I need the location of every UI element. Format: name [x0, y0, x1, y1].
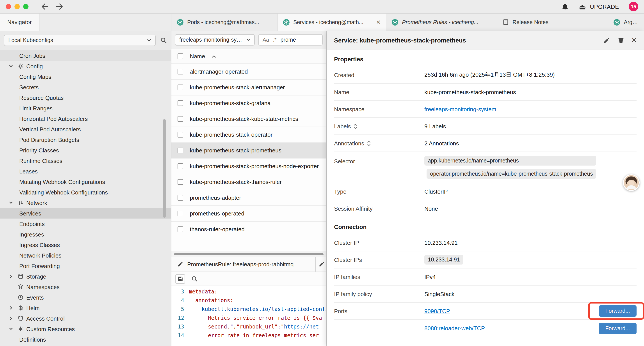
- item-search-input[interactable]: Aa .* prome: [258, 34, 323, 45]
- labels-count-value[interactable]: 9 Labels: [424, 123, 636, 129]
- kubeconfig-selector[interactable]: Local Kubeconfigs: [4, 34, 156, 46]
- tab-pods[interactable]: Pods - icecheng@mathmas...: [172, 13, 278, 31]
- row-checkbox[interactable]: [178, 148, 183, 153]
- chevron-down-icon[interactable]: [9, 201, 16, 205]
- chevron-right-icon[interactable]: [9, 274, 16, 279]
- row-checkbox[interactable]: [178, 226, 183, 232]
- namespace-selector[interactable]: freeleaps-monitoring-system: [175, 34, 255, 45]
- sidebar-item-network-policies[interactable]: Network Policies: [0, 250, 171, 261]
- search-query-text[interactable]: prome: [280, 37, 296, 43]
- sidebar-item-port-forwarding[interactable]: Port Forwarding: [0, 261, 171, 271]
- sidebar-group-custom-resources[interactable]: Custom Resources: [0, 324, 171, 334]
- sidebar-item-resource-quotas[interactable]: Resource Quotas: [0, 92, 171, 103]
- dock-tab-next[interactable]: [316, 257, 326, 272]
- sidebar-item-priority-classes[interactable]: Priority Classes: [0, 145, 171, 155]
- table-row[interactable]: kube-prometheus-stack-kube-state-metrics: [172, 111, 326, 127]
- sort-ascending-icon[interactable]: [212, 55, 216, 58]
- table-row[interactable]: kube-prometheus-stack-prometheus-node-ex…: [172, 159, 326, 174]
- sidebar-group-access-control[interactable]: Access Control: [0, 313, 171, 324]
- forward-port-button[interactable]: Forward...: [599, 305, 636, 317]
- sidebar-item-limit-ranges[interactable]: Limit Ranges: [0, 103, 171, 113]
- close-tab-icon[interactable]: ×: [376, 18, 380, 26]
- macos-close-button[interactable]: [6, 4, 11, 9]
- sidebar-item-horizontal-pod-autoscalers[interactable]: Horizontal Pod Autoscalers: [0, 113, 171, 124]
- annotations-count-value[interactable]: 2 Annotations: [424, 140, 636, 146]
- macos-zoom-button[interactable]: [23, 4, 28, 9]
- delete-trash-icon[interactable]: [618, 36, 624, 43]
- notification-count-badge[interactable]: 15: [629, 2, 638, 11]
- table-row[interactable]: kube-prometheus-stack-alertmanager: [172, 80, 326, 95]
- back-button[interactable]: [41, 3, 49, 10]
- table-row[interactable]: kube-prometheus-stack-grafana: [172, 95, 326, 111]
- sidebar-search-icon[interactable]: [160, 36, 167, 43]
- sidebar-group-storage[interactable]: Storage: [0, 271, 171, 282]
- forward-button[interactable]: [56, 3, 63, 10]
- sidebar-item-namespaces[interactable]: Namespaces: [0, 282, 171, 292]
- chevron-down-icon[interactable]: [9, 327, 16, 331]
- tab-prometheus-rules[interactable]: Prometheus Rules - icecheng...: [386, 13, 497, 31]
- upgrade-button[interactable]: UPGRADE: [578, 3, 619, 10]
- sidebar-item-endpoints[interactable]: Endpoints: [0, 219, 171, 229]
- macos-minimize-button[interactable]: [14, 4, 20, 9]
- chevron-right-icon[interactable]: [9, 316, 16, 321]
- table-row[interactable]: alertmanager-operated: [172, 64, 326, 80]
- yaml-editor[interactable]: 3metadata: 4 annotations: 5 kubectl.kube…: [172, 286, 326, 346]
- row-checkbox[interactable]: [178, 132, 183, 137]
- editor-search-icon[interactable]: [190, 274, 199, 284]
- sidebar-group-config[interactable]: Config: [0, 61, 171, 71]
- dock-tab-prometheusrule[interactable]: PrometheusRule: freeleaps-prod-rabbitmq: [172, 257, 316, 272]
- notifications-bell-icon[interactable]: [561, 3, 568, 10]
- match-case-toggle[interactable]: Aa: [262, 37, 269, 43]
- horizontal-scrollbar[interactable]: [174, 253, 324, 255]
- chevron-down-icon[interactable]: [9, 64, 16, 68]
- sidebar-item-events[interactable]: Events: [0, 292, 171, 303]
- navigator-panel-tab[interactable]: Navigator: [0, 13, 40, 31]
- tab-argo[interactable]: Argo Se: [608, 13, 644, 31]
- row-checkbox[interactable]: [178, 116, 183, 122]
- forward-port-button[interactable]: Forward...: [599, 323, 636, 334]
- sidebar-item-config-maps[interactable]: Config Maps: [0, 71, 171, 82]
- table-row[interactable]: kube-prometheus-stack-thanos-ruler: [172, 174, 326, 190]
- save-button[interactable]: [175, 274, 185, 284]
- sidebar-item-definitions[interactable]: Definitions: [0, 334, 171, 345]
- row-checkbox[interactable]: [178, 84, 183, 90]
- tab-release-notes[interactable]: Release Notes: [497, 13, 608, 31]
- expand-collapse-arrows-icon[interactable]: [367, 140, 371, 146]
- row-checkbox[interactable]: [178, 69, 183, 74]
- table-row[interactable]: prometheus-operated: [172, 206, 326, 222]
- sidebar-item-validating-webhook-configurations[interactable]: Validating Webhook Configurations: [0, 187, 171, 198]
- namespace-link[interactable]: freeleaps-monitoring-system: [424, 106, 496, 112]
- sidebar-item-vertical-pod-autoscalers[interactable]: Vertical Pod Autoscalers: [0, 124, 171, 134]
- select-all-checkbox[interactable]: [178, 53, 183, 59]
- user-avatar[interactable]: [623, 174, 640, 191]
- close-drawer-icon[interactable]: ×: [632, 36, 636, 44]
- chevron-right-icon[interactable]: [9, 306, 16, 310]
- sidebar-item-secrets[interactable]: Secrets: [0, 82, 171, 92]
- sidebar-item-ingress-classes[interactable]: Ingress Classes: [0, 240, 171, 250]
- row-checkbox[interactable]: [178, 211, 183, 216]
- table-row-selected[interactable]: kube-prometheus-stack-prometheus: [172, 143, 326, 159]
- sidebar-item-runtime-classes[interactable]: Runtime Classes: [0, 155, 171, 166]
- sidebar-item-leases[interactable]: Leases: [0, 166, 171, 177]
- sidebar-item-services[interactable]: Services: [0, 208, 171, 219]
- expand-collapse-arrows-icon[interactable]: [354, 123, 358, 129]
- sidebar-group-helm[interactable]: Helm: [0, 303, 171, 313]
- sidebar-item-pod-disruption-budgets[interactable]: Pod Disruption Budgets: [0, 134, 171, 145]
- sidebar-item-ingresses[interactable]: Ingresses: [0, 229, 171, 240]
- table-row[interactable]: thanos-ruler-operated: [172, 222, 326, 237]
- table-row[interactable]: kube-prometheus-stack-operator: [172, 127, 326, 143]
- row-checkbox[interactable]: [178, 179, 183, 185]
- name-column-header[interactable]: Name: [190, 53, 205, 59]
- port-link-8080-reloader-web[interactable]: 8080:reloader-web/TCP: [424, 325, 485, 332]
- tab-services[interactable]: Services - icecheng@math... ×: [278, 13, 386, 31]
- row-checkbox[interactable]: [178, 195, 183, 201]
- sidebar-item-mutating-webhook-configurations[interactable]: Mutating Webhook Configurations: [0, 177, 171, 187]
- table-row[interactable]: prometheus-adapter: [172, 190, 326, 206]
- row-checkbox[interactable]: [178, 100, 183, 106]
- sidebar-item-cron-jobs[interactable]: Cron Jobs: [0, 50, 171, 61]
- sidebar-scrollbar[interactable]: [163, 119, 166, 218]
- port-link-9090[interactable]: 9090/TCP: [424, 308, 450, 314]
- row-checkbox[interactable]: [178, 163, 183, 169]
- edit-icon[interactable]: [603, 36, 610, 43]
- sidebar-group-network[interactable]: Network: [0, 198, 171, 208]
